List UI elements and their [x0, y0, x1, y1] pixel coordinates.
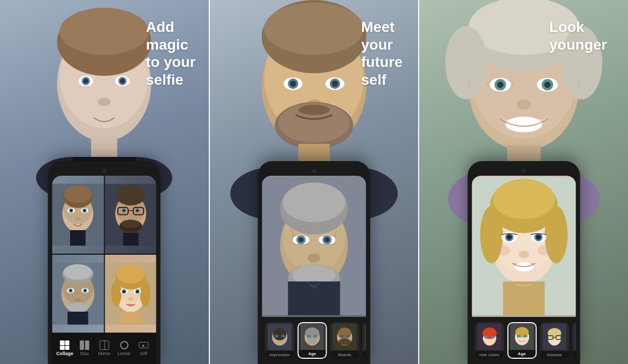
svg-point-112	[307, 334, 311, 337]
panel-3-headline: Look younger	[550, 18, 607, 53]
svg-point-118	[340, 334, 343, 337]
svg-point-84	[298, 105, 330, 115]
svg-point-160	[496, 245, 510, 256]
younger-face-svg	[472, 176, 576, 317]
phone-notch-2	[296, 168, 332, 174]
svg-point-135	[497, 82, 503, 88]
panel-1-screen: Collage Duo Mirror	[52, 176, 156, 364]
divider-1	[209, 0, 210, 364]
option-beards[interactable]: Beards	[330, 322, 360, 359]
panel-1-phone: Collage Duo Mirror	[48, 161, 161, 364]
panel-3-options: Hair colors Age	[472, 317, 576, 364]
svg-rect-41	[123, 233, 139, 246]
svg-point-25	[83, 209, 86, 212]
collage-cell-4	[105, 255, 156, 333]
svg-point-6	[83, 78, 88, 84]
svg-point-65	[122, 290, 125, 293]
svg-point-74	[264, 3, 364, 55]
svg-point-161	[537, 245, 552, 256]
svg-point-111	[305, 327, 319, 339]
option-impression[interactable]: Impression	[265, 322, 295, 359]
svg-point-114	[307, 338, 317, 344]
svg-point-69	[128, 297, 133, 300]
toolbar-mirror[interactable]: Mirror	[94, 340, 114, 356]
svg-point-158	[519, 251, 529, 258]
toolbar-gif[interactable]: ▶ GIF	[134, 340, 154, 356]
svg-point-131	[445, 26, 487, 99]
option-hair-colors-label: Hair colors	[475, 351, 504, 359]
toolbar-collage[interactable]: Collage	[55, 340, 75, 356]
svg-point-26	[75, 217, 81, 220]
svg-rect-27	[70, 230, 86, 246]
svg-point-99	[324, 237, 330, 243]
duo-icon	[79, 340, 91, 350]
svg-point-117	[338, 327, 351, 339]
svg-point-62	[140, 281, 150, 306]
option-impress[interactable]: Impress...	[572, 322, 576, 359]
collage-cell-3	[52, 255, 104, 333]
svg-point-61	[111, 281, 121, 306]
svg-point-149	[492, 179, 555, 219]
svg-point-40	[136, 209, 139, 212]
collage-cell-1	[52, 176, 104, 254]
younger-face-display	[472, 176, 576, 317]
option-age-label: Age	[299, 350, 326, 358]
option-glasses[interactable]: Glass...	[363, 322, 366, 359]
svg-point-108	[281, 334, 285, 337]
option-hair-colors[interactable]: Hair colors	[475, 322, 504, 359]
toolbar-duo[interactable]: Duo	[75, 340, 95, 356]
option-beards-label: Beards	[330, 351, 360, 359]
option-glasses-p3-label: Glasses	[540, 351, 569, 359]
svg-point-120	[339, 338, 351, 345]
toolbar-duo-label: Duo	[80, 351, 89, 356]
toolbar-mirror-label: Mirror	[98, 351, 111, 356]
toolbar-gif-label: GIF	[140, 351, 148, 356]
option-age[interactable]: Age	[298, 322, 327, 359]
lense-icon	[118, 340, 130, 350]
svg-point-22	[70, 209, 73, 212]
panel-1: Add magic to your selfie	[0, 0, 209, 364]
panel-1-headline: Add magic to your selfie	[146, 18, 196, 88]
svg-point-49	[70, 289, 72, 292]
svg-point-138	[544, 82, 551, 88]
svg-point-107	[275, 334, 278, 337]
panel-2-options: Impression Age	[262, 317, 366, 364]
svg-point-80	[332, 81, 338, 87]
svg-rect-121	[365, 324, 366, 350]
svg-point-113	[313, 334, 317, 337]
svg-rect-179	[575, 324, 576, 350]
svg-point-60	[116, 265, 145, 283]
toolbar-collage-label: Collage	[56, 351, 73, 356]
svg-point-154	[507, 235, 512, 240]
collage-face-4	[105, 255, 156, 333]
collage-icon	[59, 340, 71, 350]
panel-3-phone: Hair colors Age	[467, 161, 580, 364]
option-age-p3-label: Age	[508, 350, 535, 358]
option-age-p3[interactable]: Age	[507, 322, 536, 359]
aged-face-display	[262, 176, 366, 317]
aged-face-svg	[262, 176, 366, 317]
collage-grid	[52, 176, 156, 333]
option-glasses-p3[interactable]: Glasses	[540, 322, 569, 359]
svg-point-172	[523, 334, 527, 337]
svg-rect-70	[120, 312, 141, 325]
svg-point-166	[485, 335, 488, 338]
collage-face-2	[105, 176, 156, 254]
svg-point-52	[84, 289, 86, 292]
panel-2-screen: Impression Age	[262, 176, 366, 364]
toolbar-lense-label: Lense	[118, 351, 131, 356]
svg-point-139	[517, 99, 531, 110]
svg-point-46	[63, 264, 92, 280]
svg-point-175	[547, 328, 560, 338]
option-impress-label: Impress...	[572, 351, 576, 359]
svg-point-68	[136, 290, 139, 293]
option-glasses-label: Glass...	[363, 351, 366, 359]
svg-point-53	[75, 298, 81, 301]
svg-point-77	[290, 81, 296, 87]
panel-3-screen: Hair colors Age	[472, 176, 576, 364]
svg-point-119	[346, 334, 350, 337]
svg-point-9	[120, 78, 125, 84]
svg-point-96	[298, 237, 304, 243]
panel-1-toolbar: Collage Duo Mirror	[52, 333, 156, 364]
toolbar-lense[interactable]: Lense	[114, 340, 134, 356]
